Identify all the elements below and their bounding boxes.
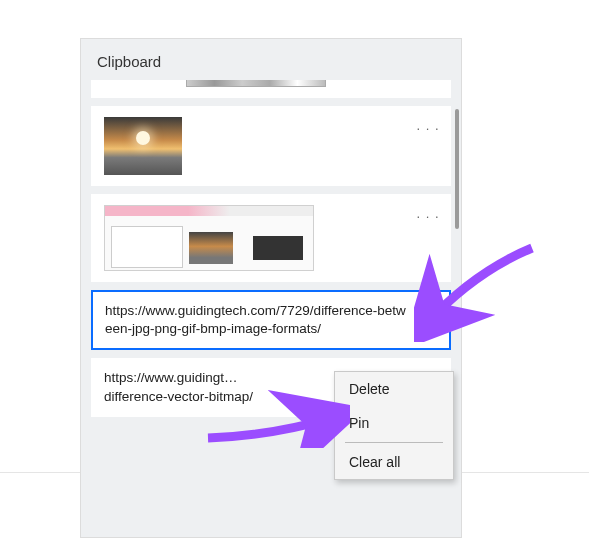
- annotation-arrow-icon: [414, 242, 544, 342]
- clipboard-item[interactable]: [91, 80, 451, 98]
- menu-item-delete[interactable]: Delete: [335, 372, 453, 406]
- menu-item-clear-all[interactable]: Clear all: [335, 445, 453, 479]
- annotation-arrow-icon: [200, 388, 350, 448]
- image-thumbnail: [104, 205, 314, 271]
- image-thumbnail: [104, 117, 182, 175]
- menu-item-pin[interactable]: Pin: [335, 406, 453, 440]
- context-menu: Delete Pin Clear all: [334, 371, 454, 480]
- scrollbar-thumb[interactable]: [455, 109, 459, 229]
- menu-separator: [345, 442, 443, 443]
- image-thumbnail: [186, 80, 326, 87]
- clipboard-item[interactable]: . . .: [91, 106, 451, 186]
- item-more-button[interactable]: . . .: [414, 203, 442, 223]
- clipboard-text: https://www.guidingtech.com/7729/differe…: [105, 302, 407, 338]
- clipboard-item[interactable]: https://www.guidingtech.com/7729/differe…: [91, 290, 451, 350]
- panel-title: Clipboard: [81, 39, 461, 80]
- item-more-button[interactable]: . . .: [414, 115, 442, 135]
- clipboard-item[interactable]: . . .: [91, 194, 451, 282]
